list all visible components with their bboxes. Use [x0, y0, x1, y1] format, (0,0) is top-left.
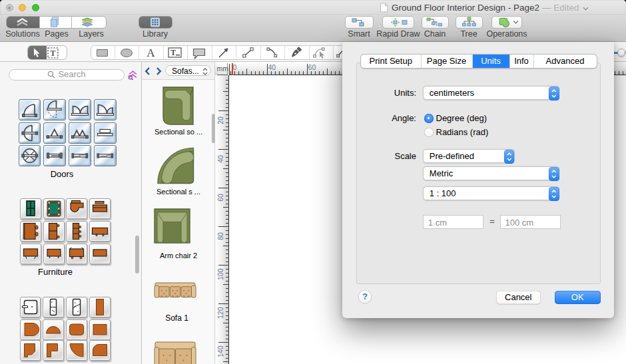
svg-text:T: T [50, 48, 56, 57]
svg-text:T: T [170, 49, 176, 57]
